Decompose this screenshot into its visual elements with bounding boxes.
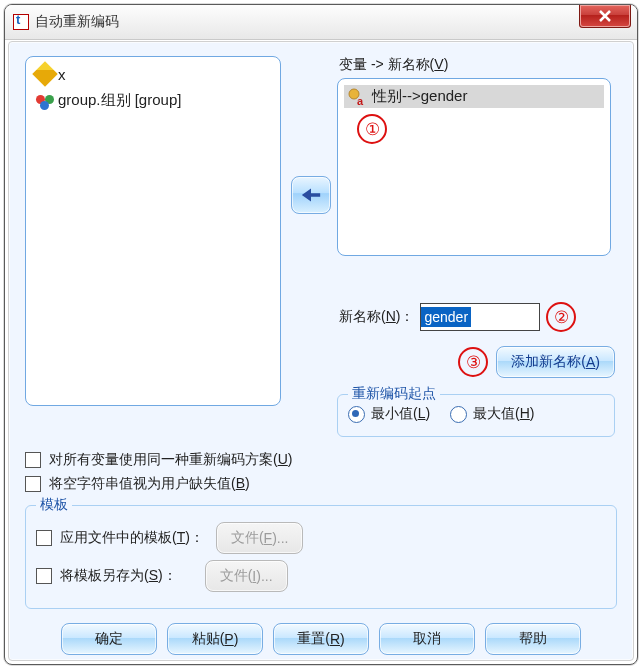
target-list-caption: 变量 -> 新名称(V) bbox=[339, 56, 615, 74]
transfer-wrap bbox=[291, 56, 327, 214]
checkbox-icon bbox=[25, 476, 41, 492]
checkbox-all-vars[interactable]: 对所有变量使用同一种重新编码方案(U) bbox=[25, 451, 617, 469]
newname-label: 新名称(N)： bbox=[339, 308, 414, 326]
checkbox-icon[interactable] bbox=[36, 568, 52, 584]
list-item-label: 性别-->gender bbox=[372, 87, 467, 106]
arrow-left-icon bbox=[300, 186, 322, 204]
dialog-body: x group.组别 [group] 变量 -> 新名称(V) bbox=[8, 41, 634, 661]
apply-file-button: 文件(F)... bbox=[216, 522, 304, 554]
template-apply-row: 应用文件中的模板(T)： 文件(F)... bbox=[36, 522, 606, 554]
checkbox-icon[interactable] bbox=[36, 530, 52, 546]
newname-input[interactable]: gender bbox=[420, 303, 540, 331]
ok-button[interactable]: 确定 bbox=[61, 623, 157, 655]
transfer-button[interactable] bbox=[291, 176, 331, 214]
svg-text:a: a bbox=[357, 95, 364, 106]
template-group: 模板 应用文件中的模板(T)： 文件(F)... 将模板另存为(S)： 文件(I… bbox=[25, 505, 617, 609]
newname-value: gender bbox=[421, 307, 471, 327]
reset-button[interactable]: 重置(R) bbox=[273, 623, 369, 655]
titlebar: 自动重新编码 bbox=[5, 5, 637, 40]
recode-start-group: 重新编码起点 最小值(L) 最大值(H) bbox=[337, 394, 615, 437]
list-item-label: x bbox=[58, 66, 66, 83]
close-icon bbox=[598, 9, 612, 23]
radio-min[interactable]: 最小值(L) bbox=[348, 405, 430, 423]
save-template-label: 将模板另存为(S)： bbox=[60, 567, 177, 585]
app-icon bbox=[13, 14, 29, 30]
checkbox-icon bbox=[25, 452, 41, 468]
target-var-list[interactable]: a 性别-->gender bbox=[337, 78, 611, 256]
group-legend: 模板 bbox=[36, 496, 72, 514]
radio-icon bbox=[348, 406, 365, 423]
group-legend: 重新编码起点 bbox=[348, 385, 440, 403]
source-var-list[interactable]: x group.组别 [group] bbox=[25, 56, 281, 406]
paste-button[interactable]: 粘贴(P) bbox=[167, 623, 263, 655]
save-file-button: 文件(I)... bbox=[205, 560, 288, 592]
callout-3: ③ bbox=[458, 347, 488, 377]
dialog-window: 自动重新编码 x group.组别 [group] bbox=[4, 4, 638, 665]
addname-row: ③ 添加新名称(A) bbox=[337, 346, 615, 378]
variable-icon: a bbox=[348, 88, 368, 106]
cancel-button[interactable]: 取消 bbox=[379, 623, 475, 655]
radio-label: 最小值(L) bbox=[371, 405, 430, 423]
close-button[interactable] bbox=[579, 4, 631, 28]
columns: x group.组别 [group] 变量 -> 新名称(V) bbox=[25, 56, 617, 437]
newname-row: 新名称(N)： gender ② bbox=[339, 302, 615, 332]
radio-icon bbox=[450, 406, 467, 423]
button-bar: 确定 粘贴(P) 重置(R) 取消 帮助 bbox=[25, 623, 617, 655]
checkbox-label: 将空字符串值视为用户缺失值(B) bbox=[49, 475, 250, 493]
checkbox-label: 对所有变量使用同一种重新编码方案(U) bbox=[49, 451, 292, 469]
list-item-label: group.组别 [group] bbox=[58, 91, 181, 110]
add-name-button[interactable]: 添加新名称(A) bbox=[496, 346, 615, 378]
checkbox-blank-missing[interactable]: 将空字符串值视为用户缺失值(B) bbox=[25, 475, 617, 493]
list-item[interactable]: x bbox=[32, 63, 274, 85]
right-column: 变量 -> 新名称(V) a 性别-->gender ① bbox=[337, 56, 615, 437]
callout-2: ② bbox=[546, 302, 576, 332]
list-item[interactable]: group.组别 [group] bbox=[32, 89, 274, 112]
template-save-row: 将模板另存为(S)： 文件(I)... bbox=[36, 560, 606, 592]
nominal-icon bbox=[36, 92, 54, 110]
radio-label: 最大值(H) bbox=[473, 405, 534, 423]
list-item[interactable]: a 性别-->gender bbox=[344, 85, 604, 108]
window-title: 自动重新编码 bbox=[35, 13, 119, 31]
radio-max[interactable]: 最大值(H) bbox=[450, 405, 534, 423]
help-button[interactable]: 帮助 bbox=[485, 623, 581, 655]
callout-1: ① bbox=[357, 114, 387, 144]
ruler-icon bbox=[32, 61, 57, 86]
apply-template-label: 应用文件中的模板(T)： bbox=[60, 529, 204, 547]
